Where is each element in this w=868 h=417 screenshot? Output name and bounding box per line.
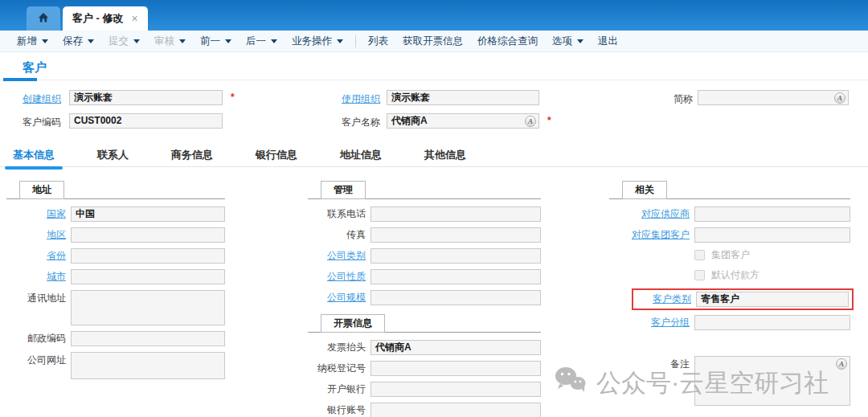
toolbar-button-next[interactable]: 后一 bbox=[239, 35, 285, 48]
create-org-label[interactable]: 创建组织 bbox=[11, 92, 61, 107]
use-org-input[interactable]: 演示账套 bbox=[387, 90, 539, 105]
mailing-address-textarea[interactable] bbox=[71, 290, 225, 325]
invoice-group-header: 开票信息 bbox=[308, 315, 541, 333]
group-customer-label[interactable]: 对应集团客户 bbox=[609, 228, 690, 242]
city-input[interactable] bbox=[71, 269, 225, 284]
management-section: 管理 联系电话 传真 公司类别 公司性质 公司规模 bbox=[308, 167, 541, 417]
create-org-input[interactable]: 演示账套 bbox=[69, 90, 223, 105]
multilang-icon[interactable]: A bbox=[836, 358, 847, 370]
default-payer-checkbox-label: 默认付款方 bbox=[711, 268, 760, 282]
group-customer-checkbox[interactable] bbox=[694, 250, 705, 260]
region-label[interactable]: 地区 bbox=[6, 228, 66, 242]
window-tab-strip: 客户 - 修改 × bbox=[0, 0, 868, 31]
country-input[interactable]: 中国 bbox=[71, 206, 225, 222]
tab-bank-info[interactable]: 银行信息 bbox=[254, 144, 299, 166]
tab-contacts[interactable]: 联系人 bbox=[96, 144, 130, 166]
related-section: 相关 对应供应商 对应集团客户 集团客户 默认付款方 客户类别 寄售客户 bbox=[609, 167, 850, 417]
toolbar-button-exit[interactable]: 退出 bbox=[591, 35, 625, 48]
remark-textarea[interactable]: A bbox=[694, 356, 850, 406]
company-scale-input[interactable] bbox=[371, 290, 541, 305]
supplier-label[interactable]: 对应供应商 bbox=[609, 207, 690, 221]
toolbar-button-new[interactable]: 新增 bbox=[10, 35, 55, 48]
tab-other-info[interactable]: 其他信息 bbox=[423, 144, 468, 166]
management-group-title: 管理 bbox=[321, 181, 366, 199]
field-company-nature: 公司性质 bbox=[308, 269, 541, 284]
toolbar-button-list[interactable]: 列表 bbox=[361, 35, 395, 48]
company-scale-label[interactable]: 公司规模 bbox=[308, 291, 366, 305]
toolbar-button-get-invoice-info[interactable]: 获取开票信息 bbox=[395, 35, 470, 48]
close-tab-icon[interactable]: × bbox=[132, 12, 138, 25]
tab-business-info[interactable]: 商务信息 bbox=[170, 144, 215, 166]
remark-label: 备注 bbox=[609, 356, 690, 371]
field-bank: 开户银行 bbox=[308, 382, 541, 397]
dropdown-arrow-icon[interactable] bbox=[225, 39, 231, 43]
multilang-icon[interactable]: A bbox=[525, 116, 536, 127]
customer-category-label[interactable]: 客户类别 bbox=[635, 292, 691, 306]
phone-label: 联系电话 bbox=[308, 207, 366, 221]
home-icon bbox=[37, 11, 50, 27]
invoice-group-title: 开票信息 bbox=[321, 314, 385, 333]
dropdown-arrow-icon[interactable] bbox=[42, 39, 48, 43]
phone-input[interactable] bbox=[371, 206, 541, 222]
company-category-input[interactable] bbox=[371, 248, 541, 264]
toolbar-button-options[interactable]: 选项 bbox=[545, 35, 591, 48]
dropdown-arrow-icon[interactable] bbox=[577, 39, 583, 43]
tax-reg-no-input[interactable] bbox=[371, 361, 541, 376]
short-name-label: 简称 bbox=[653, 92, 693, 107]
short-name-input[interactable]: A bbox=[698, 90, 849, 105]
address-group-title: 地址 bbox=[19, 181, 64, 199]
dropdown-arrow-icon[interactable] bbox=[271, 39, 277, 43]
customer-category-input[interactable]: 寄售客户 bbox=[696, 292, 849, 307]
bank-input[interactable] bbox=[371, 382, 541, 397]
company-category-label[interactable]: 公司类别 bbox=[308, 249, 366, 263]
bank-account-input[interactable] bbox=[371, 403, 541, 417]
supplier-input[interactable] bbox=[694, 206, 850, 222]
customer-name-label: 客户名称 bbox=[330, 115, 380, 130]
bank-account-label: 银行账号 bbox=[308, 403, 366, 417]
mailing-address-label: 通讯地址 bbox=[6, 290, 66, 305]
fax-input[interactable] bbox=[371, 227, 541, 243]
province-label[interactable]: 省份 bbox=[6, 249, 66, 263]
postal-code-input[interactable] bbox=[71, 331, 225, 346]
tab-basic-info[interactable]: 基本信息 bbox=[11, 144, 56, 166]
company-nature-input[interactable] bbox=[371, 269, 541, 284]
province-input[interactable] bbox=[71, 248, 225, 264]
use-org-label[interactable]: 使用组织 bbox=[330, 92, 380, 107]
related-group-header: 相关 bbox=[609, 182, 850, 199]
group-customer-input[interactable] bbox=[694, 227, 850, 243]
toolbar-button-price-query[interactable]: 价格综合查询 bbox=[470, 35, 545, 48]
address-section: 地址 国家 中国 地区 省份 城市 通讯地址 邮 bbox=[6, 167, 225, 417]
multilang-icon[interactable]: A bbox=[834, 92, 845, 104]
dropdown-arrow-icon[interactable] bbox=[133, 39, 140, 43]
invoice-title-input[interactable]: 代销商A bbox=[371, 340, 541, 355]
tab-address-info[interactable]: 地址信息 bbox=[338, 144, 383, 166]
address-group-header: 地址 bbox=[6, 182, 225, 199]
country-label[interactable]: 国家 bbox=[6, 207, 66, 221]
field-fax: 传真 bbox=[308, 227, 541, 243]
region-input[interactable] bbox=[71, 227, 225, 243]
header-form: 创建组织 演示账套 * 使用组织 演示账套 简称 A 客户编码 CUST0002… bbox=[0, 80, 868, 143]
company-website-textarea[interactable] bbox=[71, 352, 225, 379]
dropdown-arrow-icon[interactable] bbox=[88, 39, 94, 43]
postal-code-label: 邮政编码 bbox=[6, 332, 66, 345]
document-tab[interactable]: 客户 - 修改 × bbox=[63, 6, 148, 31]
required-asterisk: * bbox=[547, 115, 551, 126]
home-tab[interactable] bbox=[27, 6, 60, 31]
detail-tab-bar: 基本信息 联系人 商务信息 银行信息 地址信息 其他信息 bbox=[0, 143, 868, 167]
default-payer-checkbox[interactable] bbox=[694, 270, 705, 280]
customer-group-label[interactable]: 客户分组 bbox=[609, 316, 690, 329]
toolbar-button-previous[interactable]: 前一 bbox=[193, 35, 239, 48]
toolbar-button-save[interactable]: 保存 bbox=[55, 35, 101, 48]
customer-name-input[interactable]: 代销商AA bbox=[387, 113, 539, 129]
dropdown-arrow-icon[interactable] bbox=[179, 39, 186, 43]
checkbox-group-customer: 集团客户 bbox=[694, 248, 850, 261]
city-label[interactable]: 城市 bbox=[6, 270, 66, 284]
dropdown-arrow-icon[interactable] bbox=[337, 39, 343, 43]
field-mailing-address: 通讯地址 bbox=[6, 290, 225, 325]
company-nature-label[interactable]: 公司性质 bbox=[308, 270, 366, 284]
customer-code-input[interactable]: CUST0002 bbox=[69, 113, 223, 129]
toolbar-button-business-operations[interactable]: 业务操作 bbox=[285, 35, 350, 48]
field-tax-reg-no: 纳税登记号 bbox=[308, 361, 541, 376]
customer-group-input[interactable] bbox=[694, 315, 850, 330]
field-remark: 备注 A bbox=[609, 356, 850, 406]
